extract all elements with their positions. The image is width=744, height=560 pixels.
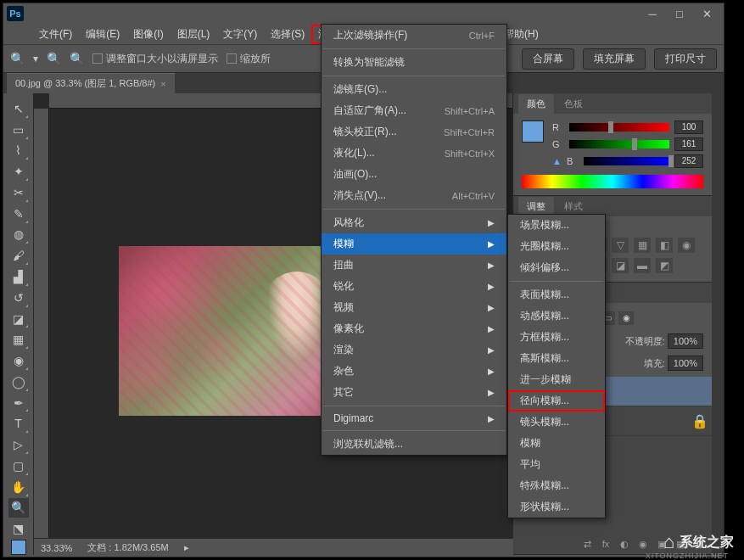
- fx-icon[interactable]: fx: [598, 537, 613, 551]
- menu-sharpen[interactable]: 锐化▶: [322, 276, 506, 297]
- menu-lens-blur[interactable]: 镜头模糊...: [508, 412, 605, 433]
- document-tab-label: 00.jpg @ 33.3% (图层 1, RGB/8#): [15, 77, 155, 90]
- menu-radial-blur[interactable]: 径向模糊...: [508, 390, 605, 412]
- print-size-button[interactable]: 打印尺寸: [654, 48, 717, 70]
- lasso-tool[interactable]: ⌇: [8, 141, 29, 161]
- adj-gradient-icon[interactable]: ▬: [634, 258, 651, 273]
- adj-threshold-icon[interactable]: ◪: [612, 258, 629, 273]
- blur-tool[interactable]: ◉: [8, 350, 29, 371]
- menu-edit[interactable]: 编辑(E): [79, 25, 126, 44]
- minimize-button[interactable]: ─: [639, 4, 666, 23]
- menu-lens-correction[interactable]: 镜头校正(R)...Shift+Ctrl+R: [322, 121, 506, 143]
- document-tab[interactable]: 00.jpg @ 33.3% (图层 1, RGB/8#) ×: [7, 73, 175, 93]
- menu-blur[interactable]: 模糊▶: [322, 233, 506, 255]
- eraser-tool[interactable]: ◪: [8, 309, 29, 329]
- g-value[interactable]: 161: [674, 137, 703, 151]
- menu-distort[interactable]: 扭曲▶: [322, 255, 506, 276]
- menu-layer[interactable]: 图层(L): [171, 25, 217, 44]
- history-brush-tool[interactable]: ↺: [8, 288, 29, 308]
- menu-pixelate[interactable]: 像素化▶: [322, 318, 506, 339]
- adj-selective-icon[interactable]: ◩: [656, 258, 673, 273]
- adj-photo-filter-icon[interactable]: ◉: [678, 238, 695, 253]
- zoom-all-checkbox[interactable]: [227, 53, 237, 64]
- menu-select[interactable]: 选择(S): [264, 25, 311, 44]
- menu-oil-paint[interactable]: 油画(O)...: [322, 164, 506, 185]
- shape-tool[interactable]: ▢: [8, 456, 29, 476]
- link-icon[interactable]: ⇄: [579, 537, 595, 551]
- maximize-button[interactable]: □: [666, 4, 693, 23]
- tab-color[interactable]: 颜色: [518, 94, 554, 114]
- spectrum-bar[interactable]: [522, 175, 703, 188]
- zoom-level[interactable]: 33.33%: [41, 543, 72, 553]
- color-swap-icon[interactable]: ⬔: [8, 518, 29, 539]
- b-slider[interactable]: [584, 157, 669, 165]
- fit-screen-button[interactable]: 合屏幕: [522, 48, 574, 70]
- adjust-layer-icon[interactable]: ◉: [635, 537, 651, 551]
- menu-smart-blur[interactable]: 特殊模糊...: [508, 475, 605, 496]
- mask-icon[interactable]: ◐: [617, 537, 632, 551]
- doc-info[interactable]: 文档 : 1.82M/3.65M: [87, 541, 168, 554]
- menu-average[interactable]: 平均: [508, 454, 605, 475]
- filter-smart-icon[interactable]: ◉: [618, 311, 634, 325]
- menu-type[interactable]: 文字(Y): [216, 25, 264, 44]
- gradient-tool[interactable]: ▦: [8, 329, 29, 350]
- resize-checkbox[interactable]: [92, 53, 103, 64]
- adj-hue-icon[interactable]: ▦: [634, 238, 651, 253]
- menu-render[interactable]: 渲染▶: [322, 339, 506, 361]
- tab-close-icon[interactable]: ×: [160, 79, 165, 89]
- opacity-value[interactable]: 100%: [668, 333, 703, 349]
- adj-bw-icon[interactable]: ◧: [656, 238, 673, 253]
- r-slider[interactable]: [569, 123, 669, 132]
- fill-screen-button[interactable]: 填充屏幕: [583, 48, 646, 70]
- menu-shape-blur[interactable]: 形状模糊...: [508, 496, 605, 518]
- menu-file[interactable]: 文件(F): [32, 25, 79, 44]
- hand-tool[interactable]: ✋: [8, 477, 29, 497]
- zoom-in-icon[interactable]: 🔍: [47, 52, 61, 65]
- marquee-tool[interactable]: ▭: [8, 120, 29, 140]
- close-button[interactable]: ✕: [693, 4, 720, 23]
- menu-filter-gallery[interactable]: 滤镜库(G)...: [322, 79, 506, 100]
- adj-vibrance-icon[interactable]: ▽: [612, 238, 629, 253]
- type-tool[interactable]: T: [8, 413, 29, 434]
- menu-last-filter[interactable]: 上次滤镜操作(F)Ctrl+F: [322, 25, 506, 46]
- menu-iris-blur[interactable]: 光圈模糊...: [508, 236, 605, 257]
- menu-image[interactable]: 图像(I): [126, 25, 170, 44]
- pen-tool[interactable]: ✒: [8, 393, 29, 413]
- menu-motion-blur[interactable]: 动感模糊...: [508, 305, 605, 327]
- menu-video[interactable]: 视频▶: [322, 297, 506, 318]
- dodge-tool[interactable]: ◯: [8, 372, 29, 392]
- brush-tool[interactable]: 🖌: [8, 245, 29, 266]
- menu-blur-more[interactable]: 进一步模糊: [508, 369, 605, 390]
- tab-swatches[interactable]: 色板: [556, 94, 591, 114]
- g-slider[interactable]: [569, 140, 669, 148]
- menu-digimarc[interactable]: Digimarc▶: [322, 409, 506, 428]
- menu-surface-blur[interactable]: 表面模糊...: [508, 284, 605, 305]
- menu-browse-filters[interactable]: 浏览联机滤镜...: [322, 434, 506, 455]
- wand-tool[interactable]: ✦: [8, 161, 29, 182]
- eyedropper-tool[interactable]: ✎: [8, 204, 29, 224]
- b-value[interactable]: 252: [674, 154, 703, 168]
- menu-gaussian-blur[interactable]: 高斯模糊...: [508, 348, 605, 369]
- menu-adaptive-wide[interactable]: 自适应广角(A)...Shift+Ctrl+A: [322, 100, 506, 121]
- menu-blur-simple[interactable]: 模糊: [508, 433, 605, 454]
- menu-field-blur[interactable]: 场景模糊...: [508, 215, 605, 236]
- menu-smart-filter[interactable]: 转换为智能滤镜: [322, 52, 506, 73]
- path-tool[interactable]: ▷: [8, 434, 29, 455]
- menu-noise[interactable]: 杂色▶: [322, 361, 506, 382]
- move-tool[interactable]: ↖: [8, 98, 29, 119]
- crop-tool[interactable]: ✂: [8, 182, 29, 203]
- menu-vanishing-point[interactable]: 消失点(V)...Alt+Ctrl+V: [322, 185, 506, 206]
- foreground-swatch[interactable]: [522, 120, 544, 143]
- menu-other[interactable]: 其它▶: [322, 382, 506, 403]
- menu-liquify[interactable]: 液化(L)...Shift+Ctrl+X: [322, 143, 506, 164]
- heal-tool[interactable]: ◍: [8, 225, 29, 245]
- menu-tilt-shift[interactable]: 倾斜偏移...: [508, 257, 605, 278]
- menu-box-blur[interactable]: 方框模糊...: [508, 327, 605, 348]
- foreground-color[interactable]: [11, 540, 26, 555]
- stamp-tool[interactable]: ▟: [8, 266, 29, 287]
- fill-value[interactable]: 100%: [668, 356, 703, 371]
- zoom-out-icon[interactable]: 🔍: [70, 52, 84, 65]
- zoom-tool[interactable]: 🔍: [8, 498, 29, 518]
- r-value[interactable]: 100: [674, 120, 703, 134]
- menu-stylize[interactable]: 风格化▶: [322, 212, 506, 233]
